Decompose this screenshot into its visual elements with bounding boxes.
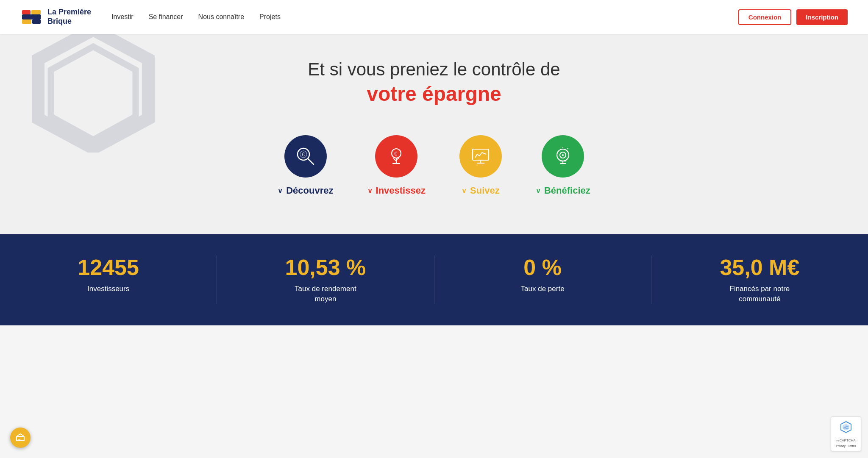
svg-rect-3 — [22, 19, 31, 24]
step-beneficiez-icon — [542, 135, 584, 178]
stats-section: 12455 Investisseurs 10,53 % Taux de rend… — [0, 234, 868, 325]
step-suivez-label: ∨ Suivez — [462, 185, 500, 196]
step-beneficiez-label: ∨ Bénéficiez — [536, 185, 590, 196]
svg-rect-2 — [31, 10, 41, 14]
recaptcha-text: reCAPTCHA — [836, 439, 855, 443]
svg-text:€: € — [394, 150, 398, 157]
step-beneficiez[interactable]: ∨ Bénéficiez — [536, 135, 590, 196]
inscription-button[interactable]: Inscription — [796, 9, 848, 25]
svg-rect-1 — [22, 10, 31, 14]
svg-text:€: € — [302, 151, 305, 158]
svg-line-9 — [308, 158, 314, 164]
stat-financement: 35,0 M€ Financés par notre communauté — [651, 255, 868, 304]
recaptcha-privacy[interactable]: Privacy · Terms — [836, 444, 856, 447]
header-buttons: Connexion Inscription — [738, 9, 848, 25]
step-suivez-icon — [459, 135, 502, 178]
stat-rendement-label: Taux de rendement moyen — [225, 284, 425, 304]
recaptcha-widget: rC reCAPTCHA Privacy · Terms — [831, 416, 861, 451]
stat-financement-label: Financés par notre communauté — [660, 284, 860, 304]
chat-icon — [15, 433, 25, 443]
svg-rect-4 — [32, 19, 41, 24]
nav-investir[interactable]: Investir — [111, 13, 134, 21]
stat-perte-number: 0 % — [443, 255, 643, 280]
stat-investisseurs-label: Investisseurs — [8, 284, 208, 294]
hero-title-line2: votre épargne — [0, 82, 868, 105]
logo-icon — [20, 6, 42, 28]
stat-perte-label: Taux de perte — [443, 284, 643, 294]
logo-text: La PremièreBrique — [47, 8, 91, 26]
step-investissez-icon: € — [375, 135, 417, 178]
hero-section: Et si vous preniez le contrôle de votre … — [0, 34, 868, 234]
svg-line-21 — [482, 153, 486, 154]
svg-text:rC: rC — [843, 425, 849, 430]
svg-line-20 — [479, 153, 482, 156]
step-suivez[interactable]: ∨ Suivez — [459, 135, 502, 196]
stat-investisseurs-number: 12455 — [8, 255, 208, 280]
stat-financement-number: 35,0 M€ — [660, 255, 860, 280]
connexion-button[interactable]: Connexion — [738, 9, 792, 25]
steps-container: € ∨ Découvrez € — [0, 127, 868, 213]
svg-line-18 — [475, 154, 477, 158]
nav-nous-connaitre[interactable]: Nous connaître — [198, 13, 245, 21]
stat-perte: 0 % Taux de perte — [434, 255, 651, 304]
stat-rendement-number: 10,53 % — [225, 255, 425, 280]
stat-rendement: 10,53 % Taux de rendement moyen — [217, 255, 434, 304]
chat-widget[interactable] — [10, 427, 31, 448]
stat-investisseurs: 12455 Investisseurs — [0, 255, 217, 304]
main-nav: Investir Se financer Nous connaître Proj… — [111, 13, 738, 21]
step-investissez-label: ∨ Investissez — [367, 185, 426, 196]
hero-title-line1: Et si vous preniez le contrôle de — [0, 59, 868, 80]
svg-line-32 — [567, 148, 568, 149]
step-investissez[interactable]: € ∨ Investissez — [367, 135, 426, 196]
header: La PremièreBrique Investir Se financer N… — [0, 0, 868, 34]
step-decouvrez[interactable]: € ∨ Découvrez — [278, 135, 333, 196]
logo[interactable]: La PremièreBrique — [20, 6, 91, 28]
nav-se-financer[interactable]: Se financer — [149, 13, 183, 21]
nav-projets[interactable]: Projets — [259, 13, 281, 21]
recaptcha-logo: rC — [839, 420, 853, 437]
svg-point-27 — [562, 154, 564, 156]
step-decouvrez-icon: € — [284, 135, 327, 178]
svg-rect-0 — [22, 14, 41, 19]
step-decouvrez-label: ∨ Découvrez — [278, 185, 333, 196]
